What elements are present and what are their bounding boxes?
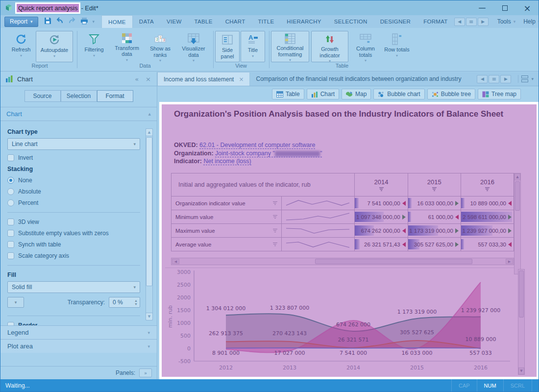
fill-color-dropdown[interactable]: ▾ — [7, 297, 24, 308]
view-table-button[interactable]: Table — [272, 89, 304, 99]
tab-chart[interactable]: CHART — [219, 15, 252, 28]
growth-indicator-button[interactable]: Growth indicator ▾ — [311, 31, 348, 62]
tab-hierarchy[interactable]: HIERARCHY — [280, 15, 327, 28]
tab-format[interactable]: FORMAT — [417, 15, 454, 28]
stacking-absolute-row[interactable]: Absolute — [7, 188, 140, 195]
invert-checkbox-row[interactable]: Invert — [7, 154, 140, 161]
view-tree-map-button[interactable]: Tree map — [478, 89, 521, 99]
stacking-percent-radio[interactable] — [7, 199, 14, 206]
okved-link[interactable]: 62.01 - Development of computer software — [199, 142, 315, 149]
tab-home[interactable]: HOME — [101, 15, 133, 28]
nav-right-button[interactable]: ▶ — [478, 18, 489, 26]
maximize-button[interactable] — [493, 0, 516, 15]
scale-category-axis-checkbox[interactable] — [7, 252, 14, 259]
redo-button[interactable] — [68, 17, 76, 26]
table-horizontal-scrollbar[interactable]: ◀ ▶ — [171, 258, 514, 265]
tab-designer[interactable]: DESIGNER — [374, 15, 417, 28]
scroll-up-icon[interactable]: ▲ — [514, 173, 520, 180]
synch-with-table-checkbox[interactable] — [7, 241, 14, 248]
stacking-none-radio[interactable] — [7, 177, 14, 184]
tab-title[interactable]: TITLE — [252, 15, 281, 28]
chart-accordion-header[interactable]: Chart ▲ — [0, 107, 157, 121]
collapse-panel-button[interactable]: « — [135, 75, 139, 83]
sidebar-scrollbar[interactable]: ▲ ▼ — [146, 128, 153, 320]
fill-select[interactable]: Solid fill▾ — [7, 281, 140, 293]
minimize-button[interactable]: — — [471, 0, 493, 15]
substitute-zeros-checkbox[interactable] — [7, 230, 14, 237]
visualizer-data-button[interactable]: Visualizer data ▾ — [177, 31, 210, 62]
year-header-2016[interactable]: 2016 — [461, 173, 514, 196]
year-header-2015[interactable]: 2015 — [408, 173, 461, 196]
side-panel-button[interactable]: Side panel — [215, 31, 240, 62]
layout-caret-icon[interactable]: ▾ — [531, 76, 534, 81]
table-scrollbar[interactable]: ▲ — [514, 173, 521, 274]
report-menu-button[interactable]: Report▾ — [4, 17, 38, 27]
stacking-percent-row[interactable]: Percent — [7, 199, 140, 206]
view-map-button[interactable]: Map — [342, 89, 371, 99]
layout-split-button[interactable] — [521, 75, 528, 82]
filter-icon[interactable] — [273, 215, 277, 219]
tab-nav-right-button[interactable]: ▶ — [500, 75, 511, 83]
scroll-down-icon[interactable]: ▼ — [146, 313, 153, 320]
view-chart-button[interactable]: Chart — [307, 89, 339, 99]
border-row[interactable]: Border — [7, 322, 140, 325]
filter-icon[interactable] — [273, 201, 277, 205]
nav-menu-button[interactable]: ≡ — [466, 18, 477, 26]
autoupdate-button[interactable]: Autoupdate ▾ — [36, 31, 73, 62]
undo-button[interactable] — [56, 17, 64, 26]
scrollbar-thumb[interactable] — [315, 259, 472, 264]
spin-up-icon[interactable]: ▲ — [134, 299, 138, 302]
3d-view-row[interactable]: 3D view — [7, 219, 140, 225]
invert-checkbox[interactable] — [7, 154, 14, 161]
transparency-spinner[interactable]: 0 % ▲▼ — [109, 297, 140, 308]
border-checkbox[interactable] — [7, 322, 14, 325]
save-button[interactable] — [44, 17, 51, 26]
print-caret-icon[interactable]: ▾ — [93, 19, 95, 24]
3d-view-checkbox[interactable] — [7, 219, 14, 225]
chart-type-select[interactable]: Line chart▾ — [7, 138, 140, 150]
substitute-zeros-row[interactable]: Substitute empty values with zeros — [7, 230, 140, 237]
scrollbar-thumb[interactable] — [519, 270, 524, 318]
close-tab-icon[interactable]: × — [239, 76, 244, 83]
column-totals-button[interactable]: = Column totals ▾ — [350, 31, 381, 62]
resize-grip[interactable] — [532, 379, 539, 392]
filtering-button[interactable]: Filtering ▾ — [79, 31, 109, 62]
sidebar-tab-source[interactable]: Source — [24, 90, 61, 102]
tools-menu[interactable]: Tools▾ — [494, 18, 519, 25]
refresh-button[interactable]: Refresh ▾ — [5, 31, 37, 62]
filter-icon[interactable] — [273, 243, 277, 246]
help-menu[interactable]: Help▾ — [520, 18, 539, 25]
tab-nav-menu-button[interactable]: ≡ — [489, 75, 499, 83]
close-panel-button[interactable]: × — [146, 75, 151, 83]
row-totals-button[interactable]: = Row totals ▾ — [383, 31, 411, 62]
show-as-ranks-button[interactable]: 213 Show as ranks ▾ — [145, 31, 176, 62]
conditional-formatting-button[interactable]: Conditional formatting ▾ — [271, 31, 309, 62]
filter-icon[interactable] — [432, 187, 437, 191]
doc-tab-comparison[interactable]: Comparison of the financial result indic… — [250, 72, 467, 86]
tab-data[interactable]: DATA — [133, 15, 160, 28]
indicator-link[interactable]: Net income (loss) — [203, 158, 251, 165]
scrollbar-thumb[interactable] — [146, 137, 152, 286]
print-button[interactable] — [80, 17, 88, 26]
scrollbar-thumb[interactable] — [515, 181, 520, 211]
spin-down-icon[interactable]: ▼ — [134, 302, 138, 306]
scroll-left-icon[interactable]: ◀ — [172, 259, 179, 264]
tab-table[interactable]: TABLE — [188, 15, 219, 28]
filter-icon[interactable] — [485, 187, 490, 191]
view-bubble-chart-button[interactable]: Bubble chart — [373, 89, 424, 99]
organization-link[interactable]: Joint-stock company "" — [215, 150, 322, 157]
close-button[interactable]: × — [516, 0, 539, 15]
synch-with-table-row[interactable]: Synch with table — [7, 241, 140, 248]
sidebar-tab-format[interactable]: Format — [97, 90, 133, 102]
plot-area-section[interactable]: Plot area▾ — [0, 339, 157, 353]
tab-view[interactable]: VIEW — [160, 15, 188, 28]
stacking-absolute-radio[interactable] — [7, 188, 14, 195]
transform-data-button[interactable]: Transform data ▾ — [110, 31, 144, 62]
panels-expand-button[interactable]: » — [139, 368, 152, 377]
filter-icon[interactable] — [379, 187, 384, 191]
sidebar-tab-selection[interactable]: Selection — [61, 90, 97, 102]
title-button[interactable]: A Title ▾ — [241, 31, 265, 62]
chart-scrollbar[interactable]: ▼ — [518, 269, 525, 375]
tab-selection[interactable]: SELECTION — [328, 15, 374, 28]
year-header-2014[interactable]: 2014 — [355, 173, 408, 196]
